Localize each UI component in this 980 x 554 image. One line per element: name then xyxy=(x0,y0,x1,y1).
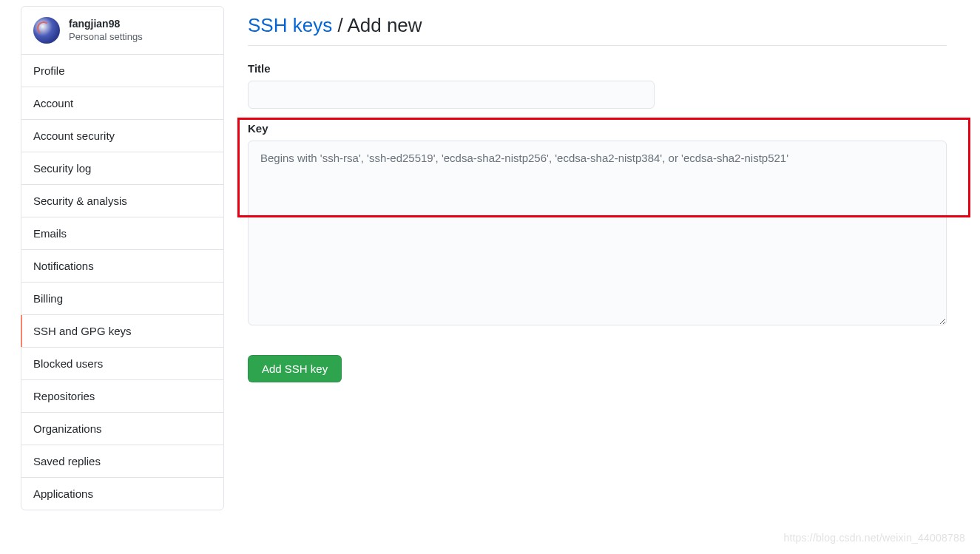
sidebar-link-repositories[interactable]: Repositories xyxy=(21,380,223,412)
sidebar-link-ssh-and-gpg-keys[interactable]: SSH and GPG keys xyxy=(21,315,223,347)
breadcrumb-link-ssh-keys[interactable]: SSH keys xyxy=(248,14,332,36)
sidebar-link-organizations[interactable]: Organizations xyxy=(21,413,223,445)
title-field-group: Title xyxy=(248,62,947,109)
sidebar-link-saved-replies[interactable]: Saved replies xyxy=(21,445,223,477)
key-textarea[interactable] xyxy=(248,141,947,325)
watermark: https://blog.csdn.net/weixin_44008788 xyxy=(783,532,965,544)
sidebar-item: Saved replies xyxy=(21,445,223,478)
main-content: SSH keys / Add new Title Key Add SSH key xyxy=(248,0,980,510)
sidebar-link-security-log[interactable]: Security log xyxy=(21,152,223,184)
sidebar-item: Blocked users xyxy=(21,348,223,380)
sidebar-link-account[interactable]: Account xyxy=(21,87,223,119)
sidebar-link-blocked-users[interactable]: Blocked users xyxy=(21,348,223,379)
sidebar-item: Organizations xyxy=(21,413,223,445)
sidebar-link-billing[interactable]: Billing xyxy=(21,283,223,314)
sidebar-item: Repositories xyxy=(21,380,223,413)
sidebar-header: fangjian98 Personal settings xyxy=(21,7,223,55)
sidebar-username: fangjian98 xyxy=(69,17,143,30)
key-field-group: Key xyxy=(248,122,947,328)
breadcrumb-separator: / xyxy=(332,14,347,36)
sidebar-item: Account xyxy=(21,87,223,120)
sidebar-link-emails[interactable]: Emails xyxy=(21,217,223,249)
sidebar-item: SSH and GPG keys xyxy=(21,315,223,348)
settings-sidebar: fangjian98 Personal settings ProfileAcco… xyxy=(21,6,224,510)
sidebar-item: Notifications xyxy=(21,250,223,283)
sidebar-item: Applications xyxy=(21,478,223,510)
title-label: Title xyxy=(248,62,947,75)
sidebar-subtitle: Personal settings xyxy=(69,31,143,44)
key-label: Key xyxy=(248,122,947,135)
sidebar-link-applications[interactable]: Applications xyxy=(21,478,223,510)
sidebar-link-security-analysis[interactable]: Security & analysis xyxy=(21,185,223,217)
sidebar-item: Profile xyxy=(21,55,223,87)
sidebar-item: Emails xyxy=(21,217,223,250)
breadcrumb-current: Add new xyxy=(347,14,422,36)
sidebar-link-notifications[interactable]: Notifications xyxy=(21,250,223,282)
sidebar-item: Security & analysis xyxy=(21,185,223,217)
avatar xyxy=(33,17,60,44)
sidebar-item: Security log xyxy=(21,152,223,185)
title-input[interactable] xyxy=(248,81,655,109)
sidebar-link-account-security[interactable]: Account security xyxy=(21,120,223,152)
sidebar-item: Billing xyxy=(21,283,223,315)
page-title: SSH keys / Add new xyxy=(248,13,947,46)
sidebar-nav: ProfileAccountAccount securitySecurity l… xyxy=(21,55,223,510)
sidebar-item: Account security xyxy=(21,120,223,152)
sidebar-link-profile[interactable]: Profile xyxy=(21,55,223,87)
add-ssh-key-button[interactable]: Add SSH key xyxy=(248,355,342,382)
sidebar-user: fangjian98 Personal settings xyxy=(69,17,143,43)
